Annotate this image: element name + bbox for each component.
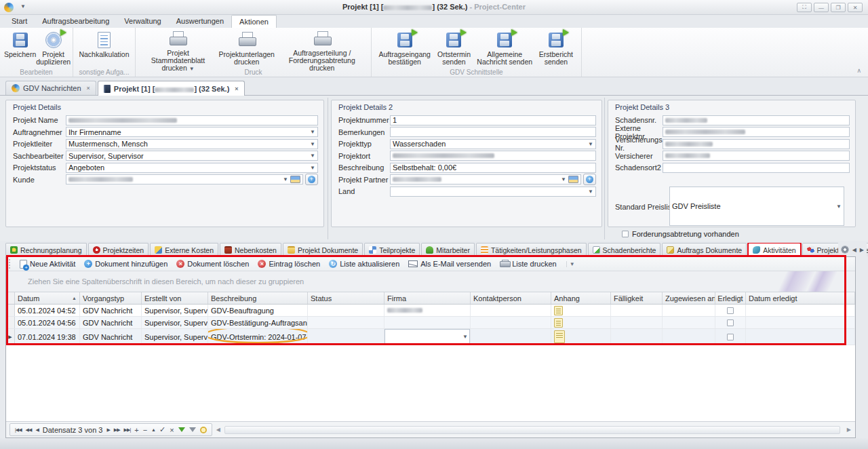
cell-anhang[interactable] (551, 305, 611, 316)
schadensort2-input[interactable] (663, 163, 850, 173)
column-header-datum-erledigt[interactable]: Datum erledigt (746, 292, 855, 304)
column-header-anhang[interactable]: Anhang (551, 292, 611, 304)
externe-projektnr-input[interactable] (663, 127, 850, 137)
dropdown-arrow-icon[interactable]: ▼ (310, 165, 315, 171)
cell-status[interactable] (308, 305, 384, 316)
contact-card-icon[interactable] (290, 176, 300, 183)
hscroll-thumb[interactable] (224, 426, 840, 434)
refresh-list-button[interactable]: ↻Liste aktualisieren (326, 259, 403, 269)
new-activity-button[interactable]: Neue Aktivität (16, 259, 79, 269)
cell-datum-erledigt[interactable] (746, 317, 855, 328)
projektnummer-input[interactable]: 1 (390, 115, 596, 125)
land-combo[interactable]: ▼ (390, 187, 596, 197)
projekt-name-input[interactable] (66, 115, 318, 125)
cell-datum[interactable]: 05.01.2024 04:52 (15, 305, 80, 316)
doc-tab-projekt[interactable]: Projekt [1] [] (32 Sek.) × (98, 81, 245, 96)
tab-taetigkeiten[interactable]: Tätigkeiten/Leistungsphasen (476, 243, 587, 256)
toolbar-overflow-icon[interactable]: ▼ (566, 261, 578, 267)
cell-faelligkeit[interactable] (611, 329, 663, 345)
tab-projekt-dokumente[interactable]: Projekt Dokumente (283, 243, 363, 256)
cell-datum[interactable]: 05.01.2024 04:56 (15, 317, 80, 328)
cell-faelligkeit[interactable] (611, 317, 663, 328)
tab-scroll-left-icon[interactable]: ◀ (852, 247, 856, 253)
collapse-ribbon-icon[interactable]: ∧ (856, 67, 861, 74)
erledigt-checkbox[interactable] (727, 307, 734, 314)
cell-erstellt-von[interactable]: Supervisor, Supervisor (142, 305, 208, 316)
cell-firma[interactable] (384, 317, 471, 328)
nav-append-icon[interactable]: + (134, 426, 138, 434)
cell-firma-editor[interactable]: ▼ (384, 329, 471, 345)
nav-last-icon[interactable]: ▶▶| (124, 427, 131, 433)
tab-externe-kosten[interactable]: Externe Kosten (150, 243, 218, 256)
standard-preisliste-combo[interactable]: GDV Preisliste▼ (669, 187, 844, 226)
projekttyp-combo[interactable]: Wasserschaden▼ (390, 139, 596, 149)
dropdown-arrow-icon[interactable]: ▼ (310, 153, 315, 159)
nav-prev-page-icon[interactable]: ◀◀ (26, 427, 32, 433)
contact-card-icon[interactable] (568, 176, 578, 183)
nav-edit-icon[interactable]: ▲ (151, 427, 155, 432)
beschreibung-input[interactable]: Selbstbehalt: 0,00€ (390, 163, 596, 173)
projektort-input[interactable] (390, 151, 596, 161)
ribbon-tab-aktionen[interactable]: Aktionen (231, 15, 277, 28)
dropdown-arrow-icon[interactable]: ▼ (310, 141, 315, 147)
cell-erledigt[interactable] (715, 317, 746, 328)
sachbearbeiter-combo[interactable]: Supervisor, Supervisor▼ (66, 151, 318, 161)
ortstermin-senden-button[interactable]: Ortstermin senden (433, 29, 474, 67)
nav-prev-icon[interactable]: ◀ (35, 427, 38, 433)
add-document-button[interactable]: +Dokument hinzufügen (81, 259, 171, 269)
projektleiter-combo[interactable]: Mustermensch, Mensch▼ (66, 139, 318, 149)
tab-teilprojekte[interactable]: Teilprojekte (364, 243, 420, 256)
group-by-panel[interactable]: Ziehen Sie eine Spaltenüberschrift in di… (6, 271, 855, 292)
column-header-beschreibung[interactable]: Beschreibung (208, 292, 308, 304)
cell-firma[interactable] (384, 305, 471, 316)
bemerkungen-input[interactable] (390, 127, 596, 137)
erledigt-checkbox[interactable] (727, 334, 734, 340)
duplicate-project-button[interactable]: Projekt duplizieren (36, 29, 71, 67)
panel-splitter[interactable] (328, 98, 328, 239)
cell-vorgangstyp[interactable]: GDV Nachricht (80, 329, 142, 345)
cell-status[interactable] (308, 329, 384, 345)
gear-icon[interactable] (841, 246, 849, 254)
ribbon-tab-auswertungen[interactable]: Auswertungen (169, 15, 231, 28)
cell-erledigt[interactable] (715, 329, 746, 345)
print-auftragserteilung-button[interactable]: Auftragserteilung / Forderungsabtretung … (277, 29, 367, 67)
filter-edit-icon[interactable] (189, 427, 196, 432)
cell-vorgangstyp[interactable]: GDV Nachricht (80, 317, 142, 328)
cell-status[interactable] (308, 317, 384, 328)
hscroll-right-icon[interactable]: ▶ (847, 427, 851, 433)
add-kunde-button[interactable]: + (305, 174, 318, 185)
cell-anhang[interactable] (551, 317, 611, 328)
add-partner-button[interactable]: + (583, 174, 596, 185)
tab-close-icon[interactable]: × (235, 85, 238, 92)
tab-mitarbeiter[interactable]: Mitarbeiter (421, 243, 475, 256)
nav-cancel-icon[interactable]: × (170, 426, 174, 434)
kunde-combo[interactable]: ▼ (66, 174, 303, 184)
erstbericht-senden-button[interactable]: Erstbericht senden (535, 29, 577, 67)
cell-erstellt-von[interactable]: Supervisor, Supervisor (142, 317, 208, 328)
column-header-zugewiesen-an[interactable]: Zugewiesen an (663, 292, 715, 304)
versicherer-input[interactable] (663, 151, 850, 161)
nav-delete-icon[interactable]: − (143, 426, 147, 434)
nav-next-icon[interactable]: ▶ (106, 427, 109, 433)
schadensnr-input[interactable] (663, 115, 850, 125)
cell-kontaktperson[interactable] (471, 317, 551, 328)
nav-first-icon[interactable]: |◀◀ (15, 427, 22, 433)
auftragseingang-bestaetigen-button[interactable]: Auftragseingang bestätigen (376, 29, 433, 67)
dropdown-arrow-icon[interactable]: ▼ (588, 189, 593, 195)
dropdown-arrow-icon[interactable]: ▼ (310, 129, 315, 135)
minimize-button[interactable]: — (814, 3, 829, 12)
cell-datum-erledigt[interactable] (746, 305, 855, 316)
print-stammdatenblatt-button[interactable]: Projekt Stammdatenblatt drucken ▼ (140, 29, 216, 67)
print-projektunterlagen-button[interactable]: Projektunterlagen drucken (216, 29, 277, 67)
column-header-firma[interactable]: Firma (384, 292, 471, 304)
nachkalkulation-button[interactable]: Nachkalkulation (77, 29, 131, 67)
cell-erledigt[interactable] (715, 305, 746, 316)
doc-tab-gdv-nachrichten[interactable]: GDV Nachrichten × (5, 81, 96, 95)
hscroll-left-icon[interactable]: ◀ (216, 427, 220, 433)
versicherungsnr-input[interactable] (663, 139, 850, 149)
tab-aktivitaeten[interactable]: Aktivitäten (748, 243, 800, 256)
dropdown-arrow-icon[interactable]: ▼ (836, 203, 842, 210)
projektstatus-combo[interactable]: Angeboten▼ (66, 163, 318, 173)
tab-projektzeiten[interactable]: Projektzeiten (88, 243, 149, 256)
ribbon-tab-auftragsbearbeitung[interactable]: Auftragsbearbeitung (35, 15, 117, 28)
